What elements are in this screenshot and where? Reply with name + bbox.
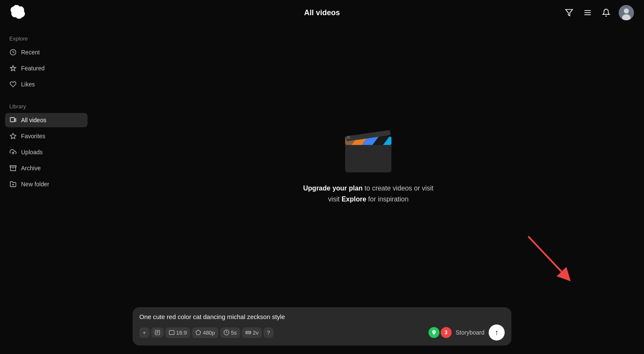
layers-icon xyxy=(245,330,251,335)
send-icon: ↑ xyxy=(495,328,499,337)
empty-state: Upgrade your plan to create videos or vi… xyxy=(303,124,433,204)
library-section-label: Library xyxy=(5,100,88,111)
version-label: 2v xyxy=(253,330,259,336)
notification-icon[interactable] xyxy=(600,7,612,19)
sidebar-item-featured[interactable]: Featured xyxy=(5,61,88,75)
badge-container: 3 xyxy=(428,327,452,338)
svg-marker-9 xyxy=(14,119,16,122)
sidebar-item-uploads[interactable]: Uploads xyxy=(5,145,88,159)
sidebar-item-all-videos[interactable]: All videos xyxy=(5,113,88,127)
clapperboard-icon xyxy=(341,124,396,174)
clock-icon xyxy=(9,48,17,56)
duration-button[interactable]: 5s xyxy=(220,327,240,338)
svg-rect-8 xyxy=(10,118,14,122)
input-row xyxy=(139,313,505,320)
quality-button[interactable]: 480p xyxy=(192,327,218,338)
folder-plus-icon xyxy=(9,180,17,188)
upgrade-rest: to create videos or visit xyxy=(363,185,434,192)
badge-red: 3 xyxy=(441,327,452,338)
sidebar-item-label: Uploads xyxy=(21,149,43,156)
svg-marker-33 xyxy=(196,330,201,335)
sidebar-item-label: All videos xyxy=(21,117,46,123)
text-icon xyxy=(154,330,160,335)
add-button[interactable]: + xyxy=(139,327,149,338)
explore-section-label: Explore xyxy=(5,32,88,43)
sidebar-item-label: New folder xyxy=(21,181,49,188)
sidebar-item-new-folder[interactable]: New folder xyxy=(5,177,88,191)
header: All videos xyxy=(0,0,644,25)
filter-icon[interactable] xyxy=(563,7,575,19)
plus-icon: + xyxy=(143,330,146,336)
diamond-icon xyxy=(195,330,201,335)
aspect-ratio-label: 16:9 xyxy=(176,330,187,336)
aspect-ratio-button[interactable]: 16:9 xyxy=(165,327,190,338)
menu-icon[interactable] xyxy=(582,7,593,19)
badge-green xyxy=(428,327,439,338)
send-button[interactable]: ↑ xyxy=(489,324,505,341)
upgrade-bold: Upgrade your plan xyxy=(303,185,362,192)
sidebar-item-label: Archive xyxy=(21,165,41,172)
svg-rect-16 xyxy=(345,143,391,172)
upload-icon xyxy=(9,148,17,156)
help-button[interactable]: ? xyxy=(263,327,273,338)
visit-text: visit Explore for inspiration xyxy=(328,196,408,203)
header-right xyxy=(563,5,634,20)
toolbar-left: + 16:9 480p xyxy=(139,327,274,338)
sidebar-item-label: Favorites xyxy=(21,133,45,139)
toolbar-right: 3 Storyboard ↑ xyxy=(428,324,505,341)
svg-marker-0 xyxy=(566,10,573,16)
sidebar-item-archive[interactable]: Archive xyxy=(5,161,88,175)
svg-rect-12 xyxy=(10,166,16,167)
sidebar-item-recent[interactable]: Recent xyxy=(5,45,88,59)
empty-state-text: Upgrade your plan to create videos or vi… xyxy=(303,183,433,204)
sidebar-item-likes[interactable]: Likes xyxy=(5,77,88,91)
sidebar-item-favorites[interactable]: Favorites xyxy=(5,129,88,143)
sidebar-divider xyxy=(5,93,88,98)
svg-point-5 xyxy=(624,8,629,13)
quality-label: 480p xyxy=(203,330,215,336)
video-icon xyxy=(9,116,17,124)
sidebar-item-label: Likes xyxy=(21,81,35,88)
svg-marker-10 xyxy=(10,133,16,139)
heart-icon xyxy=(9,80,17,88)
version-button[interactable]: 2v xyxy=(242,327,262,338)
page-title: All videos xyxy=(304,8,340,17)
prompt-input[interactable] xyxy=(139,313,505,320)
header-left xyxy=(10,5,25,20)
sidebar-item-label: Recent xyxy=(21,49,40,56)
toolbar-row: + 16:9 480p xyxy=(139,324,505,341)
svg-rect-32 xyxy=(169,330,174,334)
archive-icon xyxy=(9,164,17,172)
explore-link: Explore xyxy=(341,196,366,203)
clock-icon xyxy=(224,330,229,335)
aspect-icon xyxy=(169,330,175,335)
svg-point-25 xyxy=(347,136,350,139)
logo-icon[interactable] xyxy=(10,5,25,20)
sidebar-item-label: Featured xyxy=(21,65,45,72)
text-button[interactable] xyxy=(151,327,164,338)
storyboard-button[interactable]: Storyboard xyxy=(456,329,484,336)
avatar[interactable] xyxy=(619,5,634,20)
input-container: + 16:9 480p xyxy=(133,307,511,346)
question-icon: ? xyxy=(267,330,270,336)
star-icon xyxy=(9,132,17,140)
sparkle-icon xyxy=(9,64,17,72)
bottom-bar: + 16:9 480p xyxy=(0,302,644,354)
duration-label: 5s xyxy=(231,330,237,336)
